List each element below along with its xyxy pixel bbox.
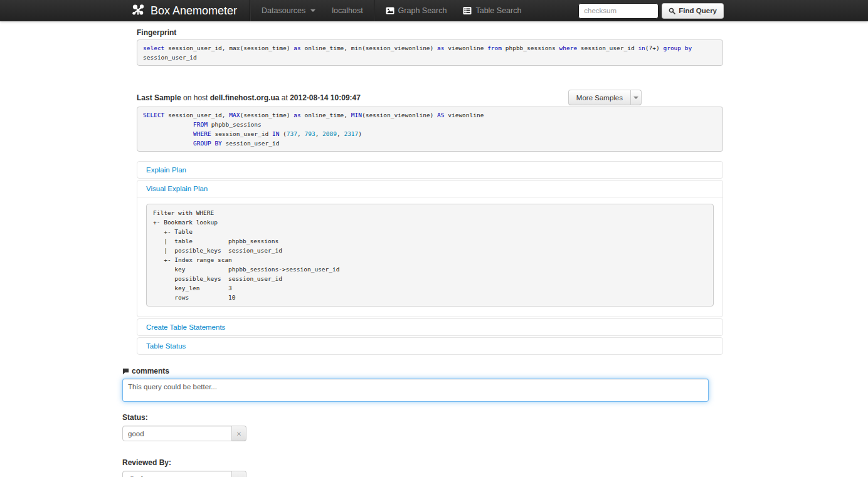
- find-query-button[interactable]: Find Query: [662, 3, 724, 19]
- visual-explain-toggle[interactable]: Visual Explain Plan: [137, 181, 722, 197]
- remove-icon: [236, 475, 241, 477]
- more-samples-button-group: More Samples: [568, 90, 642, 105]
- reviewed-by-input-group: [122, 471, 246, 477]
- reviewed-by-clear-button[interactable]: [231, 471, 246, 477]
- nav-localhost-label: localhost: [332, 0, 363, 21]
- comments-label: comments: [122, 367, 723, 375]
- more-samples-button[interactable]: More Samples: [568, 90, 631, 105]
- caret-down-icon: [633, 97, 638, 99]
- explain-plan-group: Explain Plan: [137, 161, 723, 179]
- nav-datasources-label: Datasources: [262, 0, 305, 21]
- find-query-label: Find Query: [679, 7, 717, 14]
- table-list-icon: [463, 6, 472, 15]
- visual-explain-body: Filter with WHERE +- Bookmark lookup +- …: [137, 197, 722, 317]
- status-section: Status:: [122, 413, 723, 441]
- last-sample-heading: Last Sample on host dell.finehost.org.ua…: [137, 93, 361, 102]
- navbar-divider: [250, 0, 251, 21]
- navbar: Box Anemometer Datasources localhost: [0, 0, 868, 21]
- last-sample-sql: SELECT session_user_id, MAX(session_time…: [137, 107, 723, 152]
- comments-label-text: comments: [132, 367, 169, 375]
- nav-localhost[interactable]: localhost: [324, 0, 371, 21]
- explain-plan-toggle[interactable]: Explain Plan: [137, 162, 722, 178]
- navbar-inner: Box Anemometer Datasources localhost: [0, 0, 868, 21]
- checksum-input[interactable]: [578, 3, 659, 19]
- query-detail-section: Fingerprint select session_user_id, max(…: [137, 28, 723, 355]
- fingerprint-sql: select session_user_id, max(session_time…: [137, 39, 723, 66]
- create-table-toggle[interactable]: Create Table Statements: [137, 319, 722, 335]
- nav-graph-search[interactable]: Graph Search: [378, 0, 455, 21]
- comments-section: comments This query could be better...: [122, 367, 723, 404]
- on-host-text: on host: [183, 93, 208, 102]
- create-table-group: Create Table Statements: [137, 318, 723, 336]
- more-samples-dropdown-toggle[interactable]: [630, 90, 642, 105]
- picture-icon: [386, 6, 394, 15]
- last-sample-section: Last Sample on host dell.finehost.org.ua…: [137, 90, 723, 152]
- status-label: Status:: [122, 413, 723, 422]
- sample-host: dell.finehost.org.ua: [210, 93, 280, 102]
- visual-explain-group: Visual Explain Plan Filter with WHERE +-…: [137, 180, 723, 317]
- table-status-group: Table Status: [137, 337, 723, 355]
- anemometer-logo-icon: [132, 4, 146, 18]
- navbar-search-form: Find Query: [578, 0, 724, 21]
- main-content: Fingerprint select session_user_id, max(…: [122, 21, 723, 477]
- fingerprint-heading: Fingerprint: [137, 28, 723, 37]
- reviewed-by-input[interactable]: [122, 471, 232, 477]
- caret-down-icon: [310, 9, 315, 12]
- comment-bubble-icon: [122, 368, 129, 375]
- status-input[interactable]: [122, 426, 232, 441]
- status-clear-button[interactable]: [231, 426, 246, 441]
- comments-textarea[interactable]: This query could be better...: [122, 379, 709, 402]
- brand-title: Box Anemometer: [151, 4, 237, 18]
- visual-explain-plan: Filter with WHERE +- Bookmark lookup +- …: [146, 204, 714, 307]
- table-status-toggle[interactable]: Table Status: [137, 338, 722, 354]
- reviewed-by-section: Reviewed By:: [122, 458, 723, 477]
- last-sample-header: Last Sample on host dell.finehost.org.ua…: [137, 90, 723, 105]
- navbar-menu: Datasources localhost Graph Search: [247, 0, 529, 21]
- search-icon: [669, 8, 675, 14]
- nav-graph-search-label: Graph Search: [398, 0, 447, 21]
- brand-link[interactable]: Box Anemometer: [132, 0, 247, 21]
- last-sample-title: Last Sample: [137, 93, 181, 102]
- nav-datasources[interactable]: Datasources: [253, 0, 324, 21]
- nav-table-search-label: Table Search: [475, 0, 521, 21]
- navbar-divider: [374, 0, 375, 21]
- sample-timestamp: 2012-08-14 10:09:47: [290, 93, 361, 102]
- details-accordion: Explain Plan Visual Explain Plan Filter …: [137, 161, 723, 355]
- status-input-group: [122, 426, 246, 441]
- remove-icon: [236, 430, 241, 438]
- at-text: at: [282, 93, 288, 102]
- nav-table-search[interactable]: Table Search: [455, 0, 529, 21]
- reviewed-by-label: Reviewed By:: [122, 458, 723, 467]
